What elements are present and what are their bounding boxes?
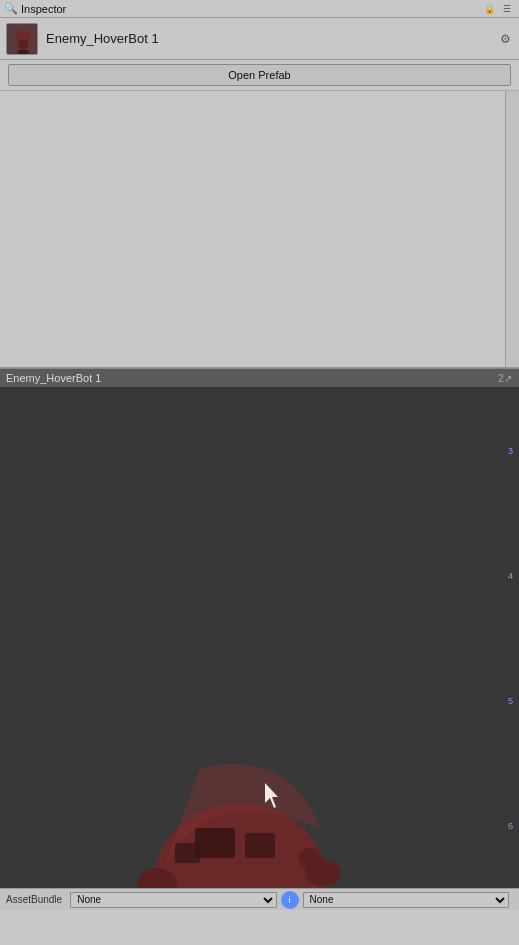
- preview-right-numbers: 3 4 5 6: [508, 388, 513, 888]
- preview-num-5: 5: [508, 696, 513, 706]
- asset-thumbnail: [6, 23, 38, 55]
- svg-rect-9: [245, 833, 275, 858]
- preview-title: Enemy_HoverBot 1: [6, 372, 497, 384]
- lock-button[interactable]: 🔒: [481, 1, 497, 17]
- open-prefab-bar: Open Prefab: [0, 60, 519, 91]
- header-right-icons: ⚙: [497, 31, 513, 47]
- top-bar-right-icons: 🔒 ☰: [481, 1, 515, 17]
- preview-section: Enemy_HoverBot 1 2↗: [0, 368, 519, 888]
- svg-rect-8: [195, 828, 235, 858]
- open-prefab-button[interactable]: Open Prefab: [8, 64, 511, 86]
- inspector-icon: 🔍: [4, 2, 18, 15]
- settings-button[interactable]: ⚙: [497, 31, 513, 47]
- svg-point-1: [18, 40, 28, 50]
- footer-info-button[interactable]: i: [281, 891, 299, 909]
- inspector-properties-area: [0, 91, 519, 368]
- svg-rect-2: [17, 50, 29, 54]
- asset-header: Enemy_HoverBot 1 ⚙: [0, 18, 519, 60]
- svg-point-13: [298, 848, 322, 868]
- preview-num-6: 6: [508, 821, 513, 831]
- asset-bundle-dropdown-1[interactable]: None: [70, 892, 276, 908]
- panel-title: Inspector: [21, 3, 66, 15]
- svg-rect-10: [175, 843, 200, 863]
- asset-bundle-label: AssetBundle: [6, 894, 62, 905]
- scrollbar[interactable]: [505, 91, 519, 367]
- menu-button[interactable]: ☰: [499, 1, 515, 17]
- asset-bundle-footer: AssetBundle None i None: [0, 888, 519, 910]
- preview-num-4: 4: [508, 571, 513, 581]
- asset-bundle-dropdown-2[interactable]: None: [303, 892, 509, 908]
- preview-num-3: 3: [508, 446, 513, 456]
- preview-viewport[interactable]: 3 4 5 6: [0, 388, 519, 888]
- inspector-topbar: 🔍 Inspector 🔒 ☰: [0, 0, 519, 18]
- asset-name: Enemy_HoverBot 1: [46, 31, 497, 46]
- preview-header: Enemy_HoverBot 1 2↗: [0, 368, 519, 388]
- preview-expand-button[interactable]: 2↗: [497, 370, 513, 386]
- robot-3d-preview: [0, 388, 519, 888]
